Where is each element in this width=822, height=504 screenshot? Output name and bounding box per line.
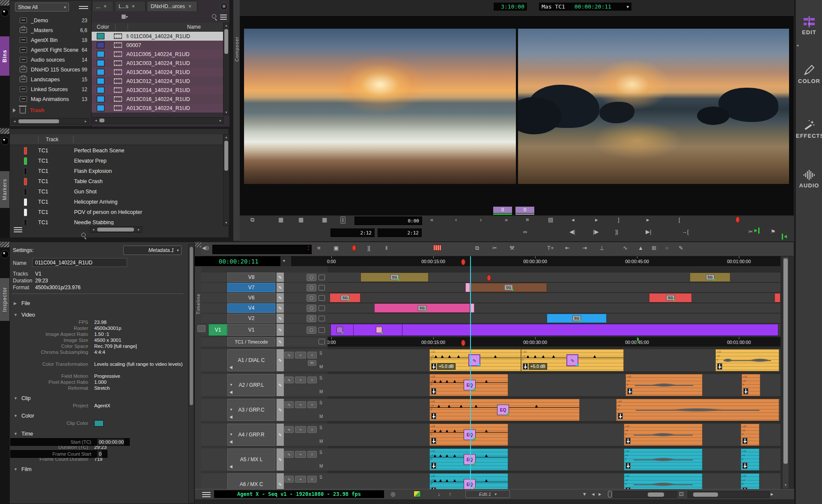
position-field[interactable]: 0:00 — [354, 216, 422, 225]
audio-power-button[interactable]: ○ — [307, 476, 317, 483]
panel-menu-button[interactable] — [1, 9, 9, 17]
volume-keyframe[interactable] — [446, 380, 448, 382]
volume-keyframe[interactable] — [494, 355, 497, 358]
chevron-down-icon[interactable]: ▼ — [229, 433, 233, 436]
volume-keyframe[interactable] — [485, 380, 488, 382]
markers-menu-icon[interactable] — [14, 227, 22, 233]
track-selector-V6[interactable]: V6 — [227, 293, 275, 302]
motion-adapter-badge[interactable]: SG — [572, 316, 581, 321]
clip-row[interactable]: A013C004_140224_R1UD — [92, 68, 223, 77]
waveform-button[interactable]: ∿ — [284, 352, 294, 359]
volume-keyframe[interactable] — [434, 454, 436, 457]
step-back-icon[interactable]: ◂ — [572, 216, 575, 223]
step-forward-icon[interactable]: ▸ — [595, 216, 598, 223]
volume-keyframe[interactable] — [439, 430, 442, 432]
add-marker-icon[interactable] — [736, 216, 740, 223]
volume-keyframe[interactable] — [434, 380, 436, 382]
curve-icon[interactable]: ∿ — [623, 245, 628, 251]
audio-power-button[interactable]: ○ — [307, 451, 317, 458]
volume-keyframe[interactable] — [485, 479, 488, 482]
pencil-icon[interactable]: ✎ — [277, 349, 284, 371]
tab-composer[interactable]: Composer — [233, 24, 240, 75]
solo-button[interactable]: S — [319, 376, 322, 380]
ruler-left-icon[interactable]: ◂ — [283, 258, 285, 263]
timeline-clip[interactable] — [465, 283, 470, 292]
playhead-ruler[interactable] — [470, 256, 471, 266]
duration-left-field[interactable]: 2:12 — [331, 228, 375, 237]
timeline-fast-menu-icon[interactable] — [202, 492, 211, 497]
text-tool-icon[interactable]: T+ — [547, 245, 554, 251]
clip-hscrollbar[interactable]: ◂▸ — [92, 117, 224, 124]
clip-row[interactable]: A013C014_140224_R1UD — [92, 86, 223, 95]
cut-icon[interactable]: ✂ — [748, 228, 753, 235]
playhead[interactable] — [470, 266, 471, 489]
track-power-button[interactable] — [307, 326, 316, 334]
section-header[interactable]: ▼Film — [10, 465, 187, 474]
audio-clip[interactable]: +12 +6 0 -7 -15 — [741, 473, 759, 489]
track-selector-A3[interactable]: A3 / GRP.C — [227, 399, 275, 421]
timeline-settings-icon[interactable]: ≡ — [317, 245, 321, 251]
clip-row[interactable]: A013C003_140224_R1UD — [92, 59, 223, 68]
solo-button[interactable]: S — [319, 475, 322, 480]
volume-keyframe[interactable] — [457, 355, 460, 358]
ibeam-icon[interactable]: I — [340, 216, 345, 224]
back-10-icon[interactable]: ‹ — [455, 216, 457, 223]
volume-keyframe[interactable] — [439, 380, 442, 382]
trash-row[interactable]: Trash — [10, 105, 96, 115]
pr-badge[interactable]: Pr — [308, 360, 316, 366]
clip-color-chip[interactable] — [97, 60, 104, 66]
gain-badge[interactable]: +5.0 dB — [437, 363, 456, 370]
volume-keyframe[interactable] — [448, 355, 451, 358]
track-monitor-button[interactable] — [319, 275, 325, 280]
down-arrow-icon[interactable]: ↓ — [438, 491, 441, 497]
pencil-icon[interactable]: ✎ — [277, 283, 284, 292]
clip-color-chip[interactable] — [97, 96, 104, 102]
section-header[interactable]: ▼Clip — [10, 394, 187, 403]
bin-row[interactable]: Audio sources14 — [9, 55, 91, 65]
bin-menu-icon[interactable] — [79, 4, 88, 11]
timeline-vscrollbar[interactable]: ▾ — [782, 256, 789, 489]
section-arrow-icon[interactable]: ▼ — [10, 396, 21, 400]
bin-row[interactable]: _Demo23 — [9, 15, 91, 25]
track-power-button[interactable] — [307, 315, 316, 322]
timeline-clip[interactable]: SG — [360, 273, 429, 282]
eq-badge[interactable]: EQ — [464, 479, 476, 489]
waveform-button[interactable]: ∿ — [284, 401, 294, 408]
audio-clip[interactable]: +12 +6 0 -7 -15 — [741, 448, 759, 471]
volume-keyframe[interactable] — [453, 479, 456, 482]
volume-keyframe[interactable] — [453, 454, 456, 457]
marker-row[interactable]: TC1Table Crash — [10, 176, 220, 187]
marker-row[interactable]: TC1Gun Shot — [10, 187, 220, 197]
audio-clip[interactable]: +12 +6 0 -7 -15 — [741, 424, 759, 446]
audio-power-button[interactable]: ○ — [307, 377, 317, 383]
volume-keyframe[interactable] — [448, 405, 450, 407]
clip-color-chip[interactable] — [97, 87, 104, 93]
align-left-icon[interactable]: ⇤ — [565, 245, 570, 251]
tab-bins[interactable]: Bins — [0, 36, 9, 76]
bin-filter-dropdown[interactable]: Show All▾ — [15, 3, 69, 12]
mute-button[interactable]: M — [319, 414, 323, 419]
clip-row[interactable]: A013C016_140224_R1UD — [92, 95, 223, 104]
volume-keyframe[interactable] — [438, 405, 440, 407]
fwd-10-icon[interactable]: › — [480, 216, 482, 223]
marker-row[interactable]: TC1Perfect Beach Scene — [10, 145, 220, 156]
section-header[interactable]: ▼Color — [10, 411, 187, 420]
scroll-right-icon[interactable]: ▸ — [599, 491, 602, 497]
align-bottom-icon[interactable]: ⊥ — [599, 245, 604, 251]
clip-gain-icon[interactable] — [618, 413, 623, 419]
clip-color-chip[interactable] — [97, 78, 104, 84]
track-monitor-button[interactable] — [319, 327, 325, 333]
goto-out-icon[interactable]: ] — [618, 216, 619, 223]
sidebar-item-color[interactable]: COLOR — [796, 64, 822, 84]
timeline-clip[interactable]: SG — [690, 273, 730, 282]
source-patch-V1[interactable]: V1 — [208, 324, 227, 336]
volume-keyframe[interactable] — [535, 405, 538, 407]
volume-keyframe[interactable] — [460, 405, 462, 407]
pen-icon[interactable]: ✎ — [679, 245, 683, 251]
focus-icon[interactable]: ▣ — [334, 245, 339, 251]
triangle-icon[interactable]: ▲ — [638, 245, 643, 251]
sync-icon[interactable]: ∞ — [523, 228, 527, 235]
chevron-down-icon[interactable]: ▼ — [229, 408, 233, 412]
track-selector-A1[interactable]: A1 / DIAL C — [227, 349, 275, 371]
metadata-preset-dropdown[interactable]: Metadata.1▾ — [123, 246, 182, 255]
